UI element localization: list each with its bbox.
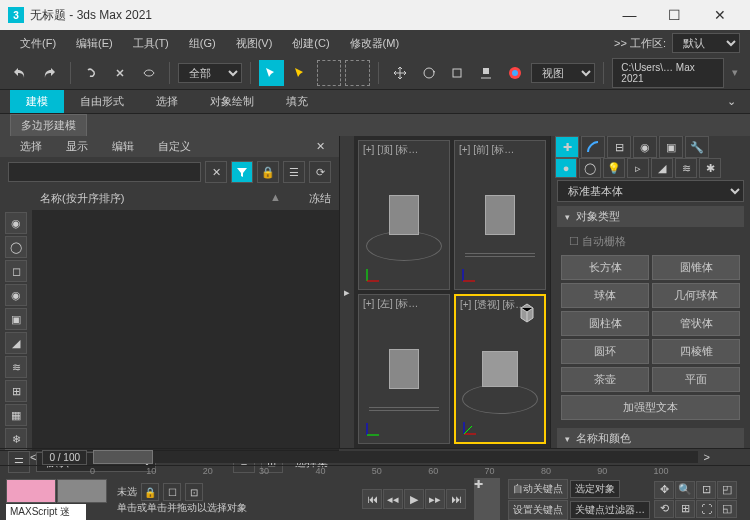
maxscript-listener[interactable]: MAXScript 迷 [6,504,86,520]
menu-edit[interactable]: 编辑(E) [66,32,123,55]
filter-all-icon[interactable]: ◉ [5,212,27,234]
cmd-tab-display[interactable]: ▣ [659,136,683,158]
filter-spacewarps-icon[interactable]: ≋ [5,356,27,378]
minimize-button[interactable]: — [607,0,652,30]
scene-search-clear[interactable]: ✕ [205,161,227,183]
viewcube[interactable] [514,300,540,326]
set-key-button[interactable]: ✚ [474,478,500,520]
path-dropdown-icon[interactable]: ▾ [728,66,742,79]
filter-lights-icon[interactable]: ◉ [5,284,27,306]
keyfilter-button[interactable]: 关键点过滤器… [570,501,650,519]
prev-frame-button[interactable]: ◂◂ [383,489,403,509]
obj-pyramid[interactable]: 四棱锥 [652,339,740,364]
scene-close-icon[interactable]: ✕ [310,140,331,153]
autogrid-checkbox[interactable]: ☐ 自动栅格 [561,231,740,252]
obj-torus[interactable]: 圆环 [561,339,649,364]
scene-tab-edit[interactable]: 编辑 [100,136,146,157]
time-slider-track[interactable] [93,451,698,463]
autokey-button[interactable]: 自动关键点 [508,479,568,499]
scene-col-freeze[interactable]: 冻结 [281,191,331,206]
cat-helpers[interactable]: ◢ [651,158,673,178]
obj-plane[interactable]: 平面 [652,367,740,392]
placement-button[interactable] [474,60,499,86]
rollout-objtype[interactable]: 对象类型 [557,206,744,227]
timeline[interactable]: < 0 / 100 > [0,448,750,466]
rollout-namecolor[interactable]: 名称和颜色 [557,428,744,449]
cmd-tab-motion[interactable]: ◉ [633,136,657,158]
filter-frozen-icon[interactable]: ❄ [5,428,27,450]
cat-spacewarps[interactable]: ≋ [675,158,697,178]
menu-create[interactable]: 创建(C) [282,32,339,55]
menu-file[interactable]: 文件(F) [10,32,66,55]
close-button[interactable]: ✕ [697,0,742,30]
ribbon-collapse-icon[interactable]: ⌄ [721,95,742,108]
rotate-button[interactable] [416,60,441,86]
viewport-front[interactable]: [+] [前] [标… [454,140,546,290]
subribbon-polymodel[interactable]: 多边形建模 [10,114,87,137]
play-button[interactable]: ▶ [404,489,424,509]
ribbon-tab-objpaint[interactable]: 对象绘制 [194,90,270,113]
scene-col-name[interactable]: 名称(按升序排序) [40,191,270,206]
obj-cylinder[interactable]: 圆柱体 [561,311,649,336]
cmd-tab-create[interactable]: ✚ [555,136,579,158]
scale-button[interactable] [445,60,470,86]
isolate-icon[interactable]: ☐ [163,483,181,501]
select-name-button[interactable] [288,60,313,86]
select-window-crossing[interactable] [345,60,370,86]
time-slider[interactable] [93,450,153,464]
pan-button[interactable]: ✥ [654,481,674,499]
obj-geosphere[interactable]: 几何球体 [652,283,740,308]
obj-box[interactable]: 长方体 [561,255,649,280]
lock-selection-icon[interactable]: 🔒 [141,483,159,501]
filter-helpers-icon[interactable]: ◢ [5,332,27,354]
filter-cameras-icon[interactable]: ▣ [5,308,27,330]
scene-sync-button[interactable]: ⟳ [309,161,331,183]
menu-modifier[interactable]: 修改器(M) [340,32,410,55]
material-swatch-1[interactable] [6,479,56,503]
ribbon-tab-select[interactable]: 选择 [140,90,194,113]
filter-select[interactable]: 全部 [178,63,242,83]
cmd-tab-modify[interactable] [581,136,605,158]
cat-cameras[interactable]: ▹ [627,158,649,178]
filter-geometry-icon[interactable]: ◯ [5,236,27,258]
link-button[interactable] [79,60,104,86]
cat-systems[interactable]: ✱ [699,158,721,178]
scene-search-input[interactable] [8,162,201,182]
fov-button[interactable]: ◰ [717,481,737,499]
cmd-tab-hierarchy[interactable]: ⊟ [607,136,631,158]
move-button[interactable] [387,60,412,86]
viewport-left[interactable]: [+] [左] [标… [358,294,450,444]
menu-view[interactable]: 视图(V) [226,32,283,55]
material-swatch-2[interactable] [57,479,107,503]
ribbon-tab-modeling[interactable]: 建模 [10,90,64,113]
orbit-button[interactable]: ⟲ [654,500,674,518]
select-button[interactable] [259,60,284,86]
undo-button[interactable] [8,60,33,86]
bind-button[interactable] [136,60,161,86]
scene-tab-select[interactable]: 选择 [8,136,54,157]
obj-sphere[interactable]: 球体 [561,283,649,308]
menu-tools[interactable]: 工具(T) [123,32,179,55]
keytarget-select[interactable]: 选定对象 [570,480,620,498]
cat-lights[interactable]: 💡 [603,158,625,178]
filter-bone-icon[interactable]: ⊞ [5,380,27,402]
refcoord-select[interactable]: 视图 [531,63,595,83]
cat-shapes[interactable]: ◯ [579,158,601,178]
scene-lock-button[interactable]: 🔒 [257,161,279,183]
obj-teapot[interactable]: 茶壶 [561,367,649,392]
obj-tube[interactable]: 管状体 [652,311,740,336]
cmd-tab-utilities[interactable]: 🔧 [685,136,709,158]
ribbon-tab-freeform[interactable]: 自由形式 [64,90,140,113]
workspace-select[interactable]: 默认 [672,33,740,53]
project-path[interactable]: C:\Users\… Max 2021 [612,58,724,88]
redo-button[interactable] [37,60,62,86]
selection-bracket-icon[interactable]: ⊡ [185,483,203,501]
filter-container-icon[interactable]: ▦ [5,404,27,426]
next-frame-button[interactable]: ▸▸ [425,489,445,509]
zoom-extents-button[interactable]: ⊡ [696,481,716,499]
goto-end-button[interactable]: ⏭ [446,489,466,509]
scene-tab-custom[interactable]: 自定义 [146,136,203,157]
ribbon-tab-populate[interactable]: 填充 [270,90,324,113]
category-select[interactable]: 标准基本体 [557,180,744,202]
scene-list[interactable] [32,210,339,450]
